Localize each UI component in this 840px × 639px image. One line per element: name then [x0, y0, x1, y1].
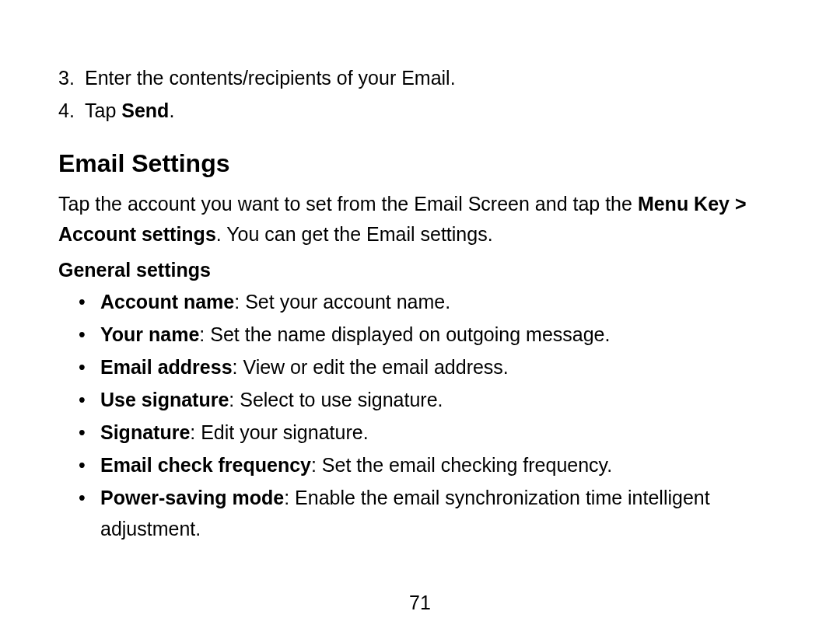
list-item: Signature: Edit your signature. — [100, 417, 782, 448]
bullet-term: Power-saving mode — [100, 487, 284, 508]
bullet-desc: : View or edit the email address. — [233, 356, 509, 378]
intro-paragraph: Tap the account you want to set from the… — [58, 189, 782, 250]
list-item: Your name: Set the name displayed on out… — [100, 319, 782, 350]
bullet-term: Account name — [100, 291, 234, 313]
item-text: Enter the contents/recipients of your Em… — [85, 67, 456, 89]
list-item: Use signature: Select to use signature. — [100, 384, 782, 415]
list-item: Email check frequency: Set the email che… — [100, 449, 782, 480]
bullet-term: Signature — [100, 421, 190, 443]
bullet-desc: : Set the email checking frequency. — [311, 454, 612, 476]
bulleted-list: Account name: Set your account name. You… — [58, 286, 782, 544]
numbered-list: 3. Enter the contents/recipients of your… — [58, 62, 782, 126]
bullet-term: Your name — [100, 323, 199, 345]
intro-part2: . You can get the Email settings. — [216, 223, 493, 245]
sub-heading: General settings — [58, 259, 782, 281]
list-item: 3. Enter the contents/recipients of your… — [85, 62, 782, 93]
bullet-desc: : Edit your signature. — [190, 421, 368, 443]
bullet-desc: : Set the name displayed on outgoing mes… — [199, 323, 610, 345]
bullet-term: Email address — [100, 356, 233, 378]
list-item: Power-saving mode: Enable the email sync… — [100, 482, 782, 544]
section-heading: Email Settings — [58, 149, 782, 178]
item-number: 4. — [58, 95, 75, 126]
bullet-desc: : Set your account name. — [234, 291, 450, 313]
item-text-suffix: . — [169, 100, 174, 121]
page-number: 71 — [0, 592, 840, 614]
bullet-term: Use signature — [100, 389, 229, 410]
bullet-term: Email check frequency — [100, 454, 311, 476]
list-item: 4. Tap Send. — [85, 95, 782, 126]
intro-part1: Tap the account you want to set from the… — [58, 193, 638, 215]
bullet-desc: : Select to use signature. — [229, 389, 443, 410]
list-item: Email address: View or edit the email ad… — [100, 351, 782, 382]
item-text-bold: Send — [121, 100, 169, 121]
item-number: 3. — [58, 62, 75, 93]
item-text-prefix: Tap — [85, 100, 121, 121]
list-item: Account name: Set your account name. — [100, 286, 782, 317]
